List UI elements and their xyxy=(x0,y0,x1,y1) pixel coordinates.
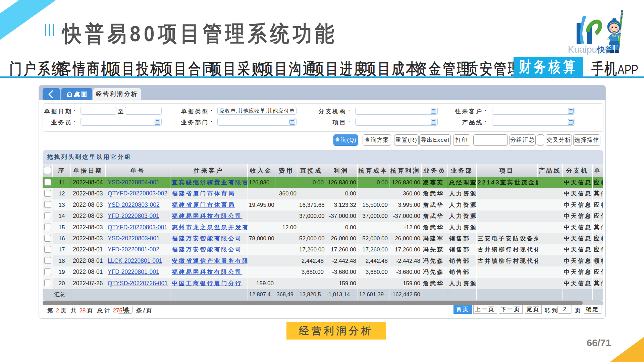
svg-text:Kuaipu: Kuaipu xyxy=(568,44,597,55)
